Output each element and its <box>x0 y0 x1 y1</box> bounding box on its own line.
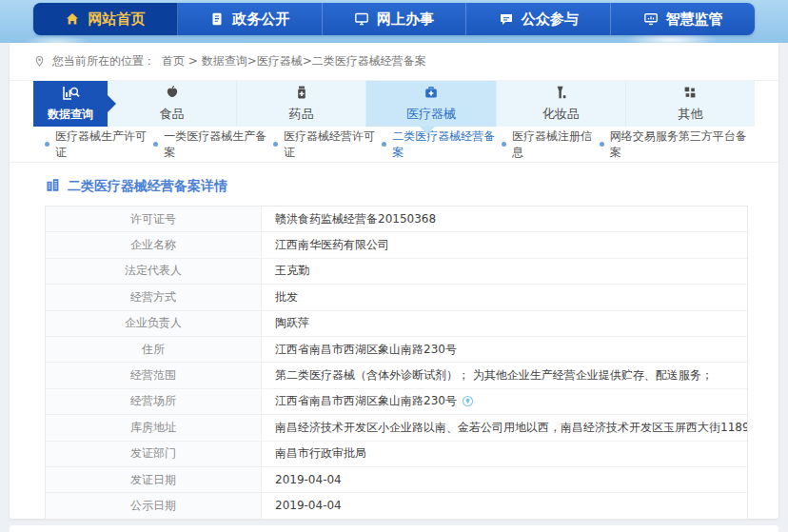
row-value-cell: 赣洪食药监械经营备20150368 <box>262 207 747 231</box>
breadcrumb-path[interactable]: 首页 > 数据查询>医疗器械>二类医疗器械经营备案 <box>162 53 426 69</box>
subnav-link-label: 医疗器械经营许可证 <box>284 128 382 161</box>
content-panel: 您当前所在的位置： 首页 > 数据查询>医疗器械>二类医疗器械经营备案 数据查询… <box>10 43 778 519</box>
breadcrumb: 您当前所在的位置： 首页 > 数据查询>医疗器械>二类医疗器械经营备案 <box>10 43 778 81</box>
monitor-icon <box>354 11 369 27</box>
subnav-link-label: 医疗器械注册信息 <box>512 128 600 161</box>
category-tab[interactable]: 医疗器械 <box>366 81 496 127</box>
building-icon <box>45 177 61 196</box>
table-row: 经营范围 第二类医疗器械（含体外诊断试剂）； 为其他企业生产经营企业提供贮存、配… <box>46 363 747 388</box>
table-row: 公示日期 2019-04-04 <box>46 493 747 518</box>
subnav-link[interactable]: 医疗器械注册信息 <box>502 128 600 161</box>
row-value: 批发 <box>275 289 298 305</box>
breadcrumb-label: 您当前所在的位置： <box>52 53 155 69</box>
subnav-link[interactable]: 二类医疗器械经营备案 <box>382 128 502 161</box>
home-icon <box>65 11 80 27</box>
row-label: 住所 <box>46 337 262 362</box>
row-value: 第二类医疗器械（含体外诊断试剂）； 为其他企业生产经营企业提供贮存、配送服务； <box>275 367 713 384</box>
row-value: 陶跃萍 <box>275 315 309 331</box>
row-label: 发证日期 <box>46 467 262 492</box>
bullet-dot-icon <box>273 142 278 147</box>
tab-data-query-label: 数据查询 <box>48 107 93 123</box>
subnav-link[interactable]: 医疗器械经营许可证 <box>273 128 382 161</box>
table-row: 发证日期 2019-04-04 <box>46 467 747 493</box>
row-value: 2019-04-04 <box>275 473 342 486</box>
row-label: 经营方式 <box>46 285 262 309</box>
subnav-link-label: 二类医疗器械经营备案 <box>392 128 502 161</box>
bullet-dot-icon <box>502 142 506 147</box>
topnav-item-label: 智慧监管 <box>666 10 723 29</box>
category-tab[interactable]: 药品 <box>237 81 366 127</box>
bullet-dot-icon <box>600 142 604 147</box>
footer-panel-top <box>10 525 778 532</box>
category-tabs: 食品 药品 医疗器械 化妆品 其他 <box>108 81 755 127</box>
row-label: 经营范围 <box>46 363 262 387</box>
topnav-item[interactable]: 网站首页 <box>33 3 178 35</box>
location-pin-icon <box>33 55 46 68</box>
row-value-cell: 批发 <box>262 285 747 309</box>
category-tab-label: 药品 <box>289 106 314 123</box>
cosmetics-icon <box>553 85 568 103</box>
tab-data-query[interactable]: 数据查询 <box>33 81 108 127</box>
category-tab[interactable]: 其他 <box>626 81 755 127</box>
table-row: 法定代表人 王克勤 <box>46 259 747 285</box>
row-value: 王克勤 <box>275 263 309 279</box>
category-tab[interactable]: 化妆品 <box>497 81 626 127</box>
active-tab-chevron-icon <box>420 127 435 134</box>
row-label: 库房地址 <box>46 415 262 440</box>
row-value: 江西南华医药有限公司 <box>275 237 389 253</box>
table-row: 许可证号 赣洪食药监械经营备20150368 <box>46 207 747 232</box>
category-tabbar: 数据查询 食品 药品 医疗器械 化妆品 <box>33 81 755 127</box>
category-tab-label: 医疗器械 <box>406 106 456 123</box>
topnav-item-label: 政务公开 <box>232 10 289 29</box>
row-value-cell: 2019-04-04 <box>262 493 747 518</box>
topnav-item-label: 网站首页 <box>88 10 145 29</box>
topnav-item[interactable]: 网上办事 <box>323 3 467 35</box>
row-value: 江西省南昌市西湖区象山南路230号 <box>275 342 457 358</box>
row-value-cell: 陶跃萍 <box>262 311 747 336</box>
row-value-cell: 江西省南昌市西湖区象山南路230号 <box>262 389 747 414</box>
row-value-cell: 南昌经济技术开发区小企业路以南、金若公司用地以西，南昌经济技术开发区玉屏西大街1… <box>262 415 747 440</box>
row-value-cell: 江西省南昌市西湖区象山南路230号 <box>262 337 747 362</box>
row-label: 许可证号 <box>46 207 262 231</box>
topnav-item-label: 公众参与 <box>522 10 579 29</box>
drug-icon <box>294 85 309 103</box>
category-tab-label: 食品 <box>160 106 185 123</box>
top-navigation: 网站首页 政务公开 网上办事 公众参与 智慧监管 <box>33 3 755 35</box>
row-value: 南昌经济技术开发区小企业路以南、金若公司用地以西，南昌经济技术开发区玉屏西大街1… <box>275 420 747 436</box>
category-tab-label: 化妆品 <box>542 106 580 123</box>
row-value: 赣洪食药监械经营备20150368 <box>275 211 436 227</box>
topnav-item[interactable]: 政务公开 <box>178 3 323 35</box>
subnav-link-label: 网络交易服务第三方平台备案 <box>610 128 752 161</box>
food-icon <box>165 85 180 103</box>
table-row: 库房地址 南昌经济技术开发区小企业路以南、金若公司用地以西，南昌经济技术开发区玉… <box>46 415 747 441</box>
row-value-cell: 南昌市行政审批局 <box>262 442 747 466</box>
subnav-link[interactable]: 网络交易服务第三方平台备案 <box>600 128 752 161</box>
subnav-link-label: 一类医疗器械生产备案 <box>164 128 273 161</box>
table-row: 经营场所 江西省南昌市西湖区象山南路230号 <box>46 389 747 415</box>
subnav-link-label: 医疗器械生产许可证 <box>55 128 153 161</box>
chat-bubble-icon <box>499 11 514 27</box>
topnav-item-label: 网上办事 <box>377 10 434 29</box>
detail-table: 许可证号 赣洪食药监械经营备20150368 企业名称 江西南华医药有限公司 法… <box>45 206 748 520</box>
row-label: 企业负责人 <box>46 311 262 336</box>
topnav-item[interactable]: 公众参与 <box>466 3 611 35</box>
subnav-link[interactable]: 医疗器械生产许可证 <box>45 128 153 161</box>
smart-screen-icon <box>643 11 659 27</box>
row-label: 发证部门 <box>46 442 262 466</box>
row-value-cell: 王克勤 <box>262 259 747 284</box>
row-value: 南昌市行政审批局 <box>275 445 366 462</box>
document-icon <box>209 11 225 27</box>
row-label: 经营场所 <box>46 389 262 414</box>
grid-icon <box>682 85 698 103</box>
topnav-item[interactable]: 智慧监管 <box>611 3 755 35</box>
row-label: 企业名称 <box>46 232 262 257</box>
data-search-icon <box>62 85 80 104</box>
subnav-link[interactable]: 一类医疗器械生产备案 <box>153 128 273 161</box>
row-label: 公示日期 <box>46 493 262 518</box>
table-row: 经营方式 批发 <box>46 285 747 310</box>
table-row: 企业名称 江西南华医药有限公司 <box>46 232 747 258</box>
category-tab[interactable]: 食品 <box>108 81 237 127</box>
row-value-cell: 第二类医疗器械（含体外诊断试剂）； 为其他企业生产经营企业提供贮存、配送服务； <box>262 363 747 387</box>
location-circle-icon[interactable] <box>462 395 474 407</box>
row-value: 2019-04-04 <box>275 499 342 512</box>
